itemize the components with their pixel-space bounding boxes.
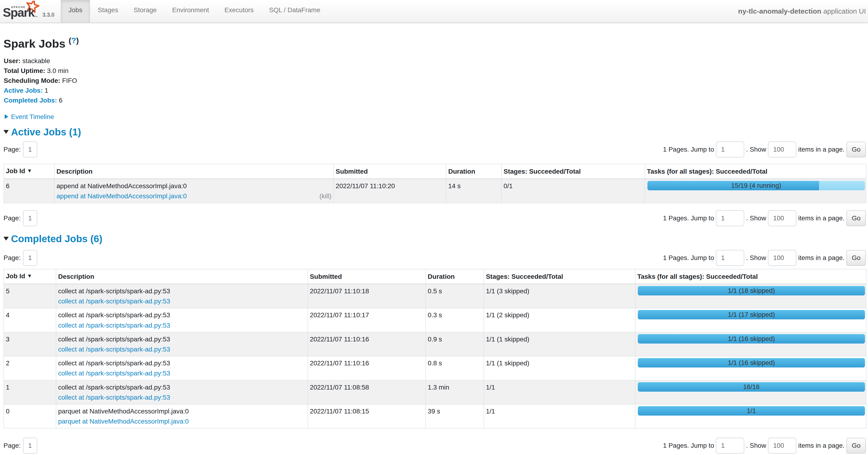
- svg-text:Spark: Spark: [3, 6, 35, 19]
- svg-text:TM: TM: [35, 16, 37, 18]
